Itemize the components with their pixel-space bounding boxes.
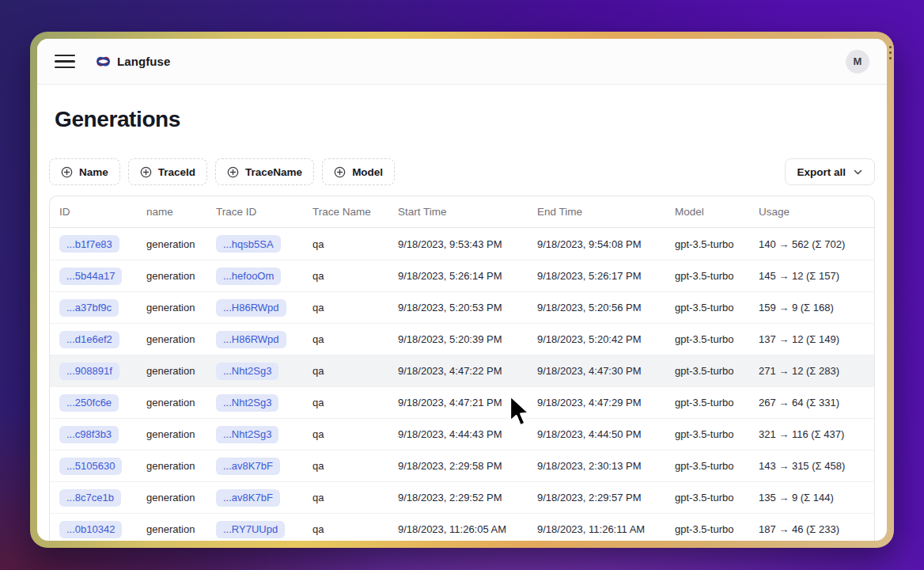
table-row[interactable]: ...5b44a17generation...hefooOmqa9/18/202… (50, 260, 874, 291)
table-row[interactable]: ...c98f3b3generation...Nht2Sg3qa9/18/202… (50, 418, 874, 450)
column-header-model: Model (665, 206, 749, 218)
generation-id-cell-pill[interactable]: ...b1f7e83 (59, 235, 119, 253)
trace-id-cell: ...av8K7bF (206, 458, 303, 475)
plus-circle-icon (140, 166, 152, 178)
usage-cell: 271 → 12 (Σ 283) (749, 365, 874, 377)
trace-name-cell: qa (303, 523, 388, 535)
generation-id-cell: ...908891f (50, 363, 137, 380)
filter-label: Model (352, 166, 383, 178)
table-row[interactable]: ...8c7ce1bgeneration...av8K7bFqa9/18/202… (50, 481, 874, 513)
hamburger-menu-icon[interactable] (55, 55, 75, 69)
trace-id-cell-pill[interactable]: ...Nht2Sg3 (216, 363, 278, 380)
generation-id-cell-pill[interactable]: ...5105630 (59, 458, 122, 475)
end-time-cell: 9/18/2023, 2:29:57 PM (528, 492, 665, 504)
filter-button-model[interactable]: Model (322, 158, 395, 185)
table-row[interactable]: ...a37bf9cgeneration...H86RWpdqa9/18/202… (50, 291, 874, 323)
name-cell: generation (137, 460, 206, 472)
generation-id-cell-pill[interactable]: ...5b44a17 (59, 268, 122, 285)
name-cell: generation (137, 365, 206, 377)
usage-cell: 321 → 116 (Σ 437) (749, 428, 874, 440)
generation-id-cell-pill[interactable]: ...908891f (59, 363, 119, 380)
generation-id-cell: ...5105630 (50, 458, 137, 475)
start-time-cell: 9/18/2023, 5:20:39 PM (388, 333, 528, 345)
export-all-label: Export all (797, 166, 846, 178)
model-cell: gpt-3.5-turbo (665, 523, 749, 535)
generation-id-cell: ...b1f7e83 (50, 235, 137, 253)
end-time-cell: 9/18/2023, 9:54:08 PM (528, 238, 665, 250)
end-time-cell: 9/18/2023, 5:26:17 PM (528, 270, 665, 282)
table-row[interactable]: ...0b10342generation...RY7UUpdqa9/18/202… (50, 513, 874, 541)
generation-id-cell-pill[interactable]: ...250fc6e (59, 394, 119, 412)
table-row[interactable]: ...d1e6ef2generation...H86RWpdqa9/18/202… (50, 323, 874, 355)
trace-id-cell: ...H86RWpd (206, 299, 303, 317)
trace-name-cell: qa (303, 492, 388, 504)
filter-button-traceid[interactable]: TraceId (128, 158, 207, 185)
end-time-cell: 9/18/2023, 5:20:42 PM (528, 333, 665, 345)
model-cell: gpt-3.5-turbo (665, 238, 749, 250)
column-header-trace-name: Trace Name (303, 206, 388, 218)
trace-id-cell-pill[interactable]: ...hefooOm (216, 268, 281, 285)
name-cell: generation (137, 270, 206, 282)
trace-id-cell-pill[interactable]: ...av8K7bF (216, 458, 280, 475)
column-header-start-time: Start Time (388, 206, 528, 218)
table-row[interactable]: ...b1f7e83generation...hqsb5SAqa9/18/202… (50, 228, 874, 260)
table-body: ...b1f7e83generation...hqsb5SAqa9/18/202… (50, 228, 874, 541)
export-all-button[interactable]: Export all (785, 158, 875, 185)
table-header-row: IDnameTrace IDTrace NameStart TimeEnd Ti… (50, 196, 874, 228)
brand[interactable]: Langfuse (96, 54, 170, 69)
column-header-trace-id: Trace ID (206, 206, 303, 218)
generation-id-cell-pill[interactable]: ...8c7ce1b (59, 489, 121, 507)
name-cell: generation (137, 428, 206, 440)
usage-cell: 145 → 12 (Σ 157) (749, 270, 874, 282)
end-time-cell: 9/18/2023, 2:30:13 PM (528, 460, 665, 472)
generation-id-cell: ...8c7ce1b (50, 489, 137, 507)
topbar: Langfuse M (37, 39, 887, 85)
trace-name-cell: qa (303, 365, 388, 377)
start-time-cell: 9/18/2023, 5:20:53 PM (388, 302, 528, 314)
generation-id-cell: ...5b44a17 (50, 268, 137, 285)
end-time-cell: 9/18/2023, 4:44:50 PM (528, 428, 665, 440)
start-time-cell: 9/18/2023, 4:47:22 PM (388, 365, 528, 377)
start-time-cell: 9/18/2023, 2:29:52 PM (388, 492, 528, 504)
plus-circle-icon (334, 166, 346, 178)
brand-name: Langfuse (117, 55, 170, 68)
filter-label: Name (79, 166, 108, 178)
usage-cell: 143 → 315 (Σ 458) (749, 460, 874, 472)
trace-id-cell: ...hefooOm (206, 268, 303, 285)
trace-id-cell-pill[interactable]: ...Nht2Sg3 (216, 394, 278, 412)
trace-name-cell: qa (303, 270, 388, 282)
trace-id-cell: ...av8K7bF (206, 489, 303, 507)
trace-name-cell: qa (303, 238, 388, 250)
generation-id-cell: ...250fc6e (50, 394, 137, 412)
table-row[interactable]: ...908891fgeneration...Nht2Sg3qa9/18/202… (50, 355, 874, 386)
start-time-cell: 9/18/2023, 2:29:58 PM (388, 460, 528, 472)
filter-button-tracename[interactable]: TraceName (215, 158, 314, 185)
user-avatar[interactable]: M (846, 50, 869, 74)
table-row[interactable]: ...250fc6egeneration...Nht2Sg3qa9/18/202… (50, 386, 874, 418)
generation-id-cell: ...0b10342 (50, 521, 137, 538)
trace-id-cell: ...hqsb5SA (206, 235, 303, 253)
generation-id-cell-pill[interactable]: ...d1e6ef2 (59, 331, 119, 348)
frame-dots-decoration (888, 43, 892, 63)
trace-id-cell-pill[interactable]: ...Nht2Sg3 (216, 426, 278, 443)
usage-cell: 187 → 46 (Σ 233) (749, 523, 874, 535)
filter-button-name[interactable]: Name (49, 158, 120, 185)
trace-id-cell-pill[interactable]: ...hqsb5SA (216, 235, 281, 253)
generation-id-cell-pill[interactable]: ...a37bf9c (59, 299, 119, 317)
column-header-usage: Usage (749, 206, 874, 218)
trace-id-cell-pill[interactable]: ...H86RWpd (216, 299, 286, 317)
generation-id-cell-pill[interactable]: ...0b10342 (59, 521, 122, 538)
start-time-cell: 9/18/2023, 9:53:43 PM (388, 238, 528, 250)
table-row[interactable]: ...5105630generation...av8K7bFqa9/18/202… (50, 450, 874, 481)
trace-id-cell-pill[interactable]: ...H86RWpd (216, 331, 286, 348)
column-header-name: name (137, 206, 206, 218)
usage-cell: 159 → 9 (Σ 168) (749, 302, 874, 314)
end-time-cell: 9/18/2023, 5:20:56 PM (528, 302, 665, 314)
generation-id-cell: ...a37bf9c (50, 299, 137, 317)
start-time-cell: 9/18/2023, 4:44:43 PM (388, 428, 528, 440)
generation-id-cell-pill[interactable]: ...c98f3b3 (59, 426, 119, 443)
generation-id-cell: ...c98f3b3 (50, 426, 137, 443)
trace-id-cell-pill[interactable]: ...av8K7bF (216, 489, 280, 507)
model-cell: gpt-3.5-turbo (665, 365, 749, 377)
trace-id-cell-pill[interactable]: ...RY7UUpd (216, 521, 285, 538)
